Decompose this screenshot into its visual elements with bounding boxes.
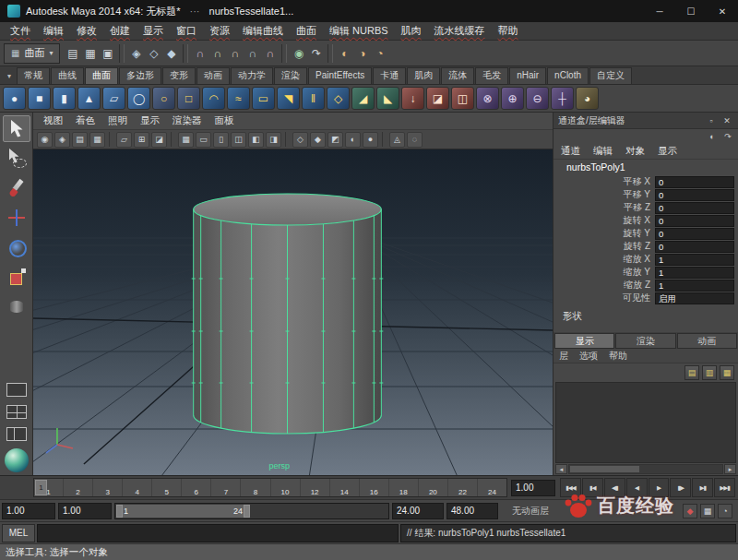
scale-tool[interactable] [3,263,30,290]
menu-display[interactable]: 显示 [137,24,170,38]
channel-speed-icon[interactable]: ◐ [706,130,719,143]
layout-split[interactable] [3,424,30,444]
time-slider[interactable]: 123456781012141618202224 1 [33,478,507,497]
play-backwards-button[interactable]: ◀ [626,478,648,497]
step-forward-key-button[interactable]: ▶▮ [692,478,713,497]
animation-start-field[interactable]: 1.00 [2,503,55,519]
bookmarks-icon[interactable]: ▦ [89,132,105,148]
paint-select-tool[interactable] [3,174,30,201]
menu-modify[interactable]: 修改 [70,24,103,38]
viewport-menu-renderer[interactable]: 渲染器 [166,114,208,127]
menu-surfaces[interactable]: 曲面 [290,24,323,38]
channel-translate-z-value[interactable]: 0 [655,202,734,214]
scroll-right-icon[interactable]: ► [724,464,736,474]
project-curve-icon[interactable]: ↓ [401,87,424,110]
channelbox-menu-edit[interactable]: 编辑 [593,145,613,158]
scrollbar-track[interactable] [568,464,723,474]
close-icon[interactable]: ✕ [720,114,733,127]
nurbs-sphere-icon[interactable]: ● [3,87,26,110]
menu-pipeline-cache[interactable]: 流水线缓存 [428,24,492,38]
shelf-tab-painteffects[interactable]: PaintEffects [308,67,372,84]
nurbs-plane-icon[interactable]: ▱ [102,87,125,110]
select-by-component-icon[interactable]: ◆ [162,44,180,63]
safe-action-icon[interactable]: ◧ [248,132,264,148]
scene-new-icon[interactable]: ▤ [64,44,81,63]
rotate-tool[interactable] [3,233,30,260]
render-current-frame-icon[interactable]: ◐ [336,44,353,63]
snap-to-grid-icon[interactable]: ∩ [191,44,208,63]
nurbs-cylinder-icon[interactable]: ▮ [53,87,76,110]
make-live-icon[interactable]: ◉ [290,44,307,63]
channel-translate-x-value[interactable]: 0 [655,176,734,188]
anim-layer-selector[interactable]: 无动画层 [501,505,680,518]
dock-icon[interactable]: ▫ [705,114,718,127]
lasso-select-tool[interactable] [3,145,30,172]
layer-tab-anim[interactable]: 动画 [677,333,737,349]
layout-single[interactable] [3,380,30,399]
menu-muscle[interactable]: 肌肉 [395,24,428,38]
isolate-select-icon[interactable]: ◬ [389,132,405,148]
channel-scale-x-value[interactable]: 1 [655,254,734,266]
snap-to-view-plane-icon[interactable]: ∩ [261,44,279,63]
select-by-hierarchy-icon[interactable]: ◈ [127,44,145,63]
bevel-plus-icon[interactable]: ◣ [376,87,399,110]
menu-help[interactable]: 帮助 [492,24,525,38]
auto-keyframe-icon[interactable]: ◆ [683,504,697,518]
nurbs-cube-icon[interactable]: ■ [28,87,51,110]
command-input[interactable] [37,524,399,542]
layer-list[interactable] [555,382,736,463]
birail-2-icon[interactable]: ‖ [302,87,325,110]
grid-toggle-icon[interactable]: ▦ [178,132,194,148]
shelf-tab-general[interactable]: 常规 [17,67,50,84]
menu-set-selector[interactable]: ▦ 曲面 ▾ [4,43,60,64]
playback-start-field[interactable]: 1.00 [58,503,112,519]
gate-mask-icon[interactable]: ◫ [231,132,246,148]
viewport-menu-lighting[interactable]: 照明 [101,114,134,127]
trim-tool-icon[interactable]: ◪ [426,87,449,110]
selected-node-name[interactable]: nurbsToPoly1 [554,160,738,174]
channel-scale-y-value[interactable]: 1 [655,267,734,279]
channelbox-menu-show[interactable]: 显示 [658,145,677,158]
loft-icon[interactable]: ≈ [227,87,250,110]
current-frame-marker[interactable]: 1 [35,480,47,495]
sculpt-geometry-icon[interactable]: ◕ [576,87,599,110]
shelf-tab-dynamics[interactable]: 动力学 [231,67,273,84]
grease-pencil-icon[interactable]: ◪ [151,132,167,148]
render-settings-icon[interactable]: ◔ [371,44,388,63]
viewport-3d-view[interactable]: persp [33,149,553,475]
select-by-object-icon[interactable]: ◇ [145,44,162,63]
channel-rotate-z-value[interactable]: 0 [655,241,734,253]
layer-menu-layers[interactable]: 层 [559,350,568,363]
attach-surfaces-icon[interactable]: ⊕ [501,87,524,110]
menu-window[interactable]: 窗口 [170,24,203,38]
shelf-menu-icon[interactable]: ▾ [2,67,17,84]
go-to-start-button[interactable]: ▮◀◀ [560,478,581,497]
detach-surfaces-icon[interactable]: ⊖ [526,87,549,110]
viewport-menu-view[interactable]: 视图 [37,114,69,127]
animation-end-field[interactable]: 48.00 [446,503,498,519]
anim-snap-icon[interactable]: ▦ [700,504,715,518]
resolution-gate-icon[interactable]: ▯ [213,132,229,148]
current-time-field[interactable]: 1.00 [511,480,555,496]
shelf-tab-ncloth[interactable]: nCloth [547,67,589,84]
channelbox-menu-channels[interactable]: 通道 [561,145,580,158]
2d-pan-zoom-icon[interactable]: ⊞ [134,132,149,148]
animation-preferences-icon[interactable]: ◔ [718,504,732,518]
viewport-menu-panels[interactable]: 面板 [208,114,241,127]
viewport-menu-shading[interactable]: 着色 [69,114,101,127]
play-forwards-button[interactable]: ▶ [649,478,670,497]
construction-history-icon[interactable]: ↷ [307,44,325,63]
snap-to-projected-center-icon[interactable]: ∩ [244,44,261,63]
channel-visibility-value[interactable]: 启用 [655,292,734,304]
scene-save-icon[interactable]: ▣ [99,44,116,63]
command-language-toggle[interactable]: MEL [2,524,35,542]
shaded-mode-icon[interactable]: ◆ [310,132,326,148]
extrude-icon[interactable]: ◥ [277,87,300,110]
shapes-section-label[interactable]: 形状 [554,308,738,323]
shelf-tab-fluids[interactable]: 流体 [441,67,474,84]
shelf-tab-polygons[interactable]: 多边形 [119,67,161,84]
revolve-icon[interactable]: ◠ [202,87,225,110]
viewport-menu-show[interactable]: 显示 [134,114,166,127]
untrim-icon[interactable]: ◫ [451,87,474,110]
menu-edit-curves[interactable]: 编辑曲线 [236,24,290,38]
